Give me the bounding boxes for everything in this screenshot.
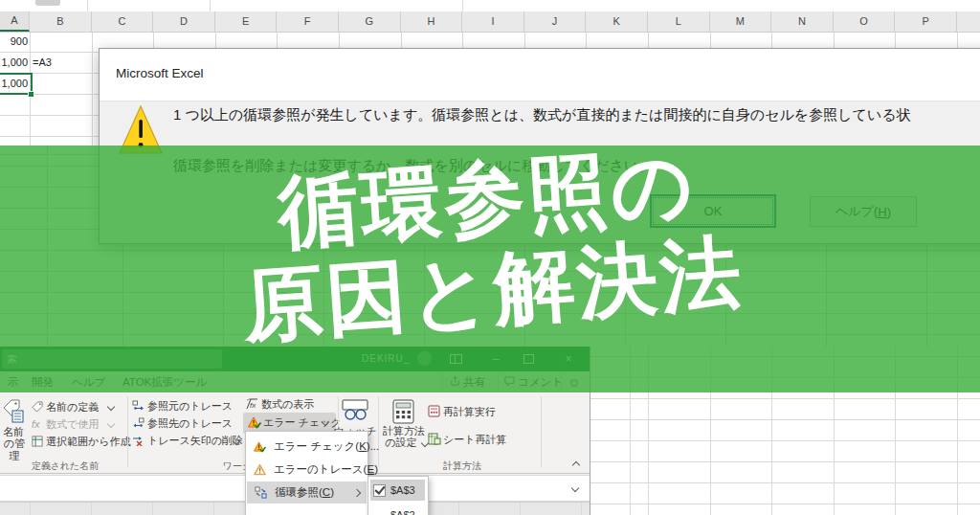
remove-arrows-button[interactable]: トレース矢印の削除 <box>147 435 243 447</box>
ribbon-display-options-icon[interactable] <box>444 347 467 371</box>
comments-label: コメント <box>518 376 563 388</box>
group-separator <box>127 396 128 467</box>
column-header[interactable]: E <box>215 11 278 32</box>
dialog-titlebar[interactable]: Microsoft Excel <box>100 49 980 101</box>
search-input[interactable]: 索 <box>2 349 222 369</box>
error-checking-icon <box>248 416 261 429</box>
cell-a2[interactable]: 1,000 <box>0 52 28 73</box>
account-avatar[interactable] <box>417 351 432 366</box>
trace-precedents-icon <box>132 400 145 412</box>
menu-label-end: ) <box>374 463 378 475</box>
define-name-button[interactable]: 名前の定義 <box>46 401 99 414</box>
menu-item-trace-error[interactable]: エラーのトレース(E) <box>247 459 367 481</box>
menu-label: 循環参照( <box>275 486 323 498</box>
maximize-icon[interactable] <box>517 347 540 371</box>
minimize-icon[interactable]: – <box>484 347 507 371</box>
menu-item-circular-references[interactable]: 循環参照(C) <box>247 481 367 504</box>
column-header[interactable]: H <box>401 11 463 32</box>
submenu-item-a2[interactable]: $A$2 <box>370 504 425 515</box>
menu-item-error-check[interactable]: エラー チェック(K)... <box>247 436 367 458</box>
dialog-message-line1: 1 つ以上の循環参照が発生しています。循環参照とは、数式が直接的または間接的に自… <box>173 106 911 124</box>
divider <box>498 374 499 391</box>
column-header-a[interactable]: A <box>0 11 30 32</box>
help-accesskey: H <box>878 205 886 219</box>
create-from-selection-button[interactable]: 選択範囲から作成 <box>46 436 131 448</box>
spreadsheet-grid-bottom-right <box>590 347 980 515</box>
trace-dependents-button[interactable]: 参照先のトレース <box>147 417 233 430</box>
close-icon[interactable]: × <box>557 347 580 371</box>
comments-button[interactable]: コメント <box>504 371 563 393</box>
column-header[interactable]: K <box>586 11 648 32</box>
submenu-item-a3[interactable]: $A$3 <box>370 480 425 501</box>
menu-label-end: ) <box>330 486 334 498</box>
column-header[interactable]: I <box>462 11 524 32</box>
ribbon-tab-row: 示 開発 ヘルプ ATOK拡張ツール 共有 コメント ☺ <box>0 371 590 393</box>
share-button[interactable]: 共有 <box>450 371 485 393</box>
formula-bar-remnant <box>0 0 980 11</box>
cell-b2[interactable]: =A3 <box>33 52 88 73</box>
checkmark-icon <box>373 484 386 497</box>
column-header[interactable]: Q <box>957 11 980 32</box>
divider <box>462 0 463 11</box>
accesskey: C <box>323 486 330 498</box>
cell-a1[interactable]: 900 <box>0 31 28 52</box>
namebox-tab-mark <box>35 0 60 6</box>
help-button[interactable]: ヘルプ(H) <box>810 196 917 227</box>
search-hint-text: 索 <box>7 353 17 365</box>
column-header[interactable]: P <box>895 11 957 32</box>
define-name-icon <box>32 401 43 413</box>
share-label: 共有 <box>463 376 485 388</box>
document-title: DEKIRU_ <box>362 353 410 364</box>
help-label: ヘルプ( <box>835 203 878 220</box>
calculation-options-line2[interactable]: の設定 <box>377 437 425 449</box>
tab-developer[interactable]: 開発 <box>32 371 54 393</box>
calculate-sheet-button[interactable]: シート再計算 <box>443 434 507 446</box>
column-header[interactable]: M <box>710 11 772 32</box>
column-header[interactable]: G <box>339 11 401 32</box>
show-formulas-icon: fx <box>246 398 258 410</box>
error-checking-label: エラー チェック <box>263 416 342 429</box>
menu-label-end: )... <box>367 440 379 452</box>
submenu-arrow-icon <box>353 489 361 497</box>
calculation-options-icon <box>392 399 414 424</box>
divider <box>561 374 562 391</box>
error-check-icon <box>254 441 266 453</box>
column-header[interactable]: D <box>153 11 215 32</box>
tab-help[interactable]: ヘルプ <box>72 371 105 393</box>
screenshot-stage: A B C D E F G H I J K L M N O P Q 900 1,… <box>0 0 980 515</box>
group-label-calculation: 計算方法 <box>433 459 492 473</box>
column-header[interactable]: N <box>771 11 834 32</box>
circular-references-submenu: $A$3 $A$2 <box>368 476 429 515</box>
cell-reference-label: $A$3 <box>390 484 415 496</box>
column-header[interactable]: J <box>524 11 587 32</box>
column-header[interactable]: F <box>277 11 339 32</box>
chevron-down-icon <box>107 403 115 411</box>
tab-view-partial[interactable]: 示 <box>8 371 19 393</box>
divider <box>210 0 211 11</box>
feedback-smiley-icon[interactable]: ☺ <box>568 371 580 393</box>
window-titlebar: 索 DEKIRU_ – × <box>0 347 590 371</box>
help-label-end: ) <box>887 205 891 219</box>
fill-handle[interactable] <box>28 91 34 98</box>
show-formulas-button[interactable]: 数式の表示 <box>261 398 314 411</box>
menu-label: エラーのトレース( <box>274 463 367 475</box>
divider <box>442 374 443 391</box>
trace-precedents-button[interactable]: 参照元のトレース <box>147 400 233 413</box>
collapse-ribbon-icon[interactable] <box>572 461 580 469</box>
calculate-now-button[interactable]: 再計算実行 <box>443 406 496 418</box>
dialog-message-line2: 循環参照を削除または変更するか、数式を別のセルに移動してください。 <box>173 157 653 175</box>
divider <box>87 0 88 11</box>
accesskey: K <box>359 440 367 452</box>
chevron-down-icon <box>107 420 115 428</box>
share-icon <box>450 376 460 387</box>
create-from-selection-icon <box>32 436 43 447</box>
expand-formula-bar-icon[interactable] <box>571 484 579 492</box>
name-manager-icon <box>3 399 24 423</box>
column-header[interactable]: L <box>648 11 710 32</box>
column-header[interactable]: O <box>834 11 896 32</box>
svg-text:fx: fx <box>250 401 256 410</box>
column-header[interactable]: C <box>92 11 154 32</box>
ok-button[interactable]: OK <box>650 194 776 228</box>
column-header[interactable]: B <box>30 11 92 32</box>
tab-atok-tools[interactable]: ATOK拡張ツール <box>122 371 207 393</box>
